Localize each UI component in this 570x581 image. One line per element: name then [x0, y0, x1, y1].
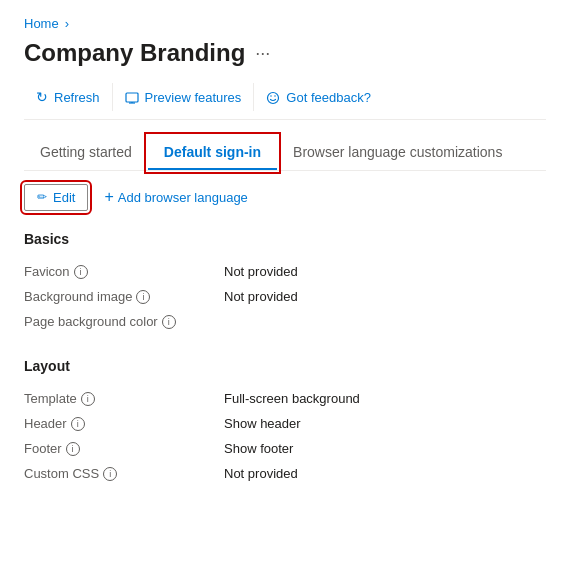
preview-label: Preview features — [145, 90, 242, 105]
action-bar: ✏ Edit + Add browser language — [24, 183, 546, 211]
add-browser-label: Add browser language — [118, 190, 248, 205]
info-icon[interactable]: i — [81, 392, 95, 406]
property-label: Custom CSS i — [24, 466, 224, 481]
property-label: Page background color i — [24, 314, 224, 329]
preview-button[interactable]: Preview features — [113, 83, 255, 111]
refresh-label: Refresh — [54, 90, 100, 105]
page-title-ellipsis[interactable]: ··· — [255, 43, 270, 64]
property-label: Footer i — [24, 441, 224, 456]
feedback-button[interactable]: Got feedback? — [254, 83, 383, 111]
property-label: Header i — [24, 416, 224, 431]
property-row: Background image iNot provided — [24, 284, 546, 309]
tabs-container: Getting started Default sign-in Browser … — [24, 136, 546, 171]
edit-icon: ✏ — [37, 190, 47, 204]
preview-icon — [125, 89, 139, 105]
property-row: Template iFull-screen background — [24, 386, 546, 411]
info-icon[interactable]: i — [136, 290, 150, 304]
property-label: Background image i — [24, 289, 224, 304]
info-icon[interactable]: i — [71, 417, 85, 431]
property-row: Footer iShow footer — [24, 436, 546, 461]
property-value: Show header — [224, 416, 301, 431]
section-layout: LayoutTemplate iFull-screen backgroundHe… — [24, 358, 546, 486]
svg-rect-0 — [126, 93, 138, 102]
svg-point-3 — [268, 93, 279, 104]
section-title-layout: Layout — [24, 358, 546, 374]
property-row: Header iShow header — [24, 411, 546, 436]
page-title-container: Company Branding ··· — [24, 39, 546, 67]
sections-container: BasicsFavicon iNot providedBackground im… — [24, 231, 546, 486]
tab-default-sign-in[interactable]: Default sign-in — [148, 136, 277, 170]
property-value: Not provided — [224, 289, 298, 304]
info-icon[interactable]: i — [74, 265, 88, 279]
refresh-button[interactable]: ↻ Refresh — [24, 83, 113, 111]
property-row: Custom CSS iNot provided — [24, 461, 546, 486]
property-list-layout: Template iFull-screen backgroundHeader i… — [24, 386, 546, 486]
add-icon: + — [104, 188, 113, 206]
tab-getting-started[interactable]: Getting started — [24, 136, 148, 170]
property-value: Show footer — [224, 441, 293, 456]
section-basics: BasicsFavicon iNot providedBackground im… — [24, 231, 546, 334]
breadcrumb-home[interactable]: Home — [24, 16, 59, 31]
property-value: Full-screen background — [224, 391, 360, 406]
property-label: Favicon i — [24, 264, 224, 279]
property-label: Template i — [24, 391, 224, 406]
breadcrumb-separator: › — [65, 16, 69, 31]
property-row: Page background color i — [24, 309, 546, 334]
feedback-label: Got feedback? — [286, 90, 371, 105]
feedback-icon — [266, 89, 280, 105]
page-title: Company Branding — [24, 39, 245, 67]
property-value: Not provided — [224, 466, 298, 481]
refresh-icon: ↻ — [36, 89, 48, 105]
toolbar: ↻ Refresh Preview features Got feedback? — [24, 83, 546, 120]
tab-browser-language[interactable]: Browser language customizations — [277, 136, 518, 170]
info-icon[interactable]: i — [162, 315, 176, 329]
property-value: Not provided — [224, 264, 298, 279]
edit-label: Edit — [53, 190, 75, 205]
section-title-basics: Basics — [24, 231, 546, 247]
edit-button[interactable]: ✏ Edit — [24, 184, 88, 211]
breadcrumb: Home › — [24, 16, 546, 31]
info-icon[interactable]: i — [103, 467, 117, 481]
property-row: Favicon iNot provided — [24, 259, 546, 284]
info-icon[interactable]: i — [66, 442, 80, 456]
property-list-basics: Favicon iNot providedBackground image iN… — [24, 259, 546, 334]
add-browser-language-button[interactable]: + Add browser language — [96, 183, 255, 211]
